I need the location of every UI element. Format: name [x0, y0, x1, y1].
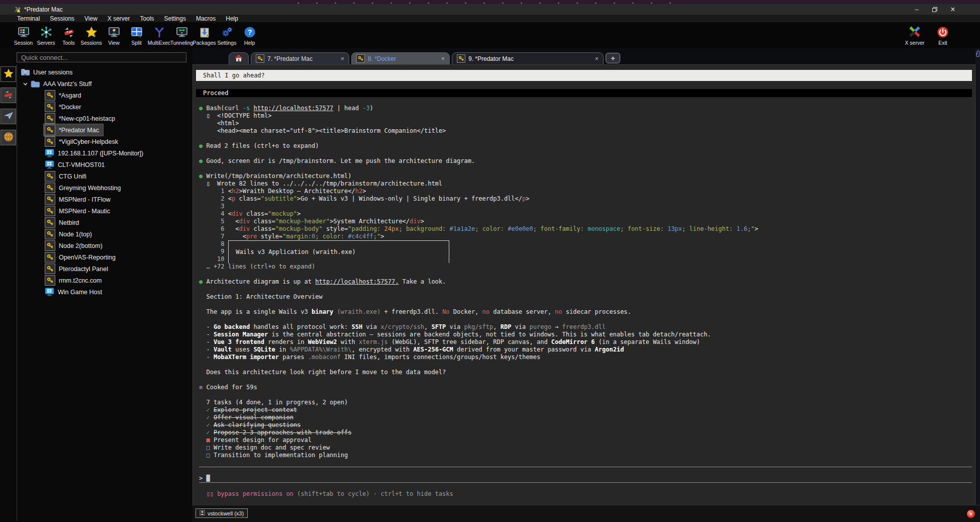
tree-item-label: *VigilCyber-Helpdesk [59, 138, 118, 145]
tab-8-docker[interactable]: 8. *Docker× [351, 52, 450, 64]
menu-item-settings[interactable]: Settings [159, 15, 191, 22]
toolbar-button-x-server[interactable]: X server [901, 23, 929, 46]
sidebar-strip-favorites-button[interactable] [1, 66, 16, 82]
tree-item-inner: Node 1(top) [44, 228, 96, 240]
tree-item-label: User sessions [33, 69, 73, 76]
terminal-line [199, 97, 968, 105]
toolbar-label: Packages [192, 40, 216, 46]
session-tree-item[interactable]: OpenVAS-Reporting [17, 251, 192, 263]
session-tree-item[interactable]: CTG Unifi [17, 170, 192, 182]
key-icon [45, 136, 55, 147]
menu-item-x-server[interactable]: X server [103, 15, 135, 22]
toolbar-label: Tunneling [170, 40, 193, 46]
session-tree-item[interactable]: Netbird [17, 217, 192, 228]
key-icon [45, 171, 55, 182]
menu-item-view[interactable]: View [79, 15, 103, 22]
toolbar-button-tools[interactable]: Tools [57, 23, 80, 46]
key-icon [45, 252, 55, 263]
session-tree-item[interactable]: *Asgard [17, 90, 192, 101]
session-tree-item[interactable]: *VigilCyber-Helpdesk [17, 136, 192, 147]
key-icon [45, 206, 55, 216]
toolbar-button-view[interactable]: View [103, 23, 125, 46]
terminal-line: - MobaXTerm importer parses .mobaconf IN… [199, 354, 968, 361]
toolbar-button-multiexec[interactable]: MultiExec [148, 23, 170, 46]
toolbar-button-settings[interactable]: Settings [216, 23, 238, 46]
toolbar-button-session[interactable]: Session [12, 23, 35, 46]
key-icon [256, 54, 264, 63]
toolbar-button-exit[interactable]: Exit [929, 23, 957, 46]
close-button[interactable]: × [944, 4, 962, 15]
session-tree-item[interactable]: Win Game Host [17, 286, 192, 298]
toolbar: SessionServersToolsSessionsViewSplitMult… [0, 22, 980, 48]
terminal-line: ▯▯ bypass permissions on (shift+tab to c… [199, 490, 968, 498]
tab-7-predator-mac[interactable]: 7. *Predator Mac× [251, 52, 349, 64]
chevron-down-icon[interactable] [23, 82, 28, 85]
terminal-line: ✻ Cooked for 59s [199, 384, 968, 391]
tree-item-inner: *Predator Mac [44, 124, 103, 136]
proceed-option[interactable]: Proceed [196, 89, 972, 97]
session-tree-item[interactable]: Node 2(bottom) [17, 240, 192, 251]
notification-close-icon[interactable]: × [967, 510, 975, 518]
user-session-button[interactable]: vstockwell (x3) [195, 508, 248, 518]
session-tree-item[interactable]: AAA Vantz's Stuff [17, 78, 192, 90]
menu-item-help[interactable]: Help [221, 15, 243, 22]
right-side-strip [975, 48, 980, 505]
terminal-line [199, 391, 968, 399]
sidebar-strip-tools-button[interactable] [1, 88, 16, 103]
status-bar: vstockwell (x3) × [192, 505, 980, 522]
tab-bar: 7. *Predator Mac×8. *Docker×9. *Predator… [192, 48, 975, 64]
tab-home[interactable] [229, 52, 249, 64]
permission-question-line: Shall I go ahead? [196, 70, 972, 81]
menu-item-terminal[interactable]: Terminal [12, 15, 45, 22]
terminal-line: ▯ Wrote 82 lines to ../../../../tmp/brai… [199, 180, 968, 188]
session-tree-item[interactable]: *Predator Mac [17, 124, 192, 136]
session-tree-item[interactable]: CLT-VMHOST01 [17, 159, 192, 170]
tab-close-icon[interactable]: × [340, 55, 344, 62]
split-icon [131, 23, 143, 38]
tree-item-inner: Node 2(bottom) [44, 240, 107, 251]
terminal-line [199, 459, 968, 467]
toolbar-button-packages[interactable]: Packages [193, 23, 216, 46]
new-tab-button[interactable]: + [606, 53, 620, 63]
terminal-line: <head><meta charset="utf-8"><title>Brain… [199, 127, 968, 135]
key-icon [45, 194, 55, 205]
session-tree-item[interactable]: rmm.t2cnc.com [17, 275, 192, 286]
quick-connect-input[interactable] [17, 52, 186, 62]
toolbar-label: Help [244, 40, 255, 46]
tab-close-icon[interactable]: × [595, 55, 599, 62]
sidebar-strip-sessions-button[interactable] [1, 109, 16, 124]
tree-item-label: AAA Vantz's Stuff [43, 80, 91, 88]
session-tree-item[interactable]: 192.168.1.107 ([UPS-Monitor]) [17, 147, 192, 159]
session-tree-item[interactable]: Greyming Webhosting [17, 182, 192, 194]
terminal[interactable]: Shall I go ahead?Proceed● Bash(curl -s h… [192, 64, 975, 505]
toolbar-button-split[interactable]: Split [125, 23, 148, 46]
xserver-icon [908, 23, 921, 38]
minimize-button[interactable]: – [908, 4, 926, 15]
paperclip-icon[interactable] [976, 50, 980, 505]
tree-item-inner: OpenVAS-Reporting [44, 251, 120, 263]
session-tree-item[interactable]: Node 1(top) [17, 228, 192, 240]
session-tree-item[interactable]: User sessions [17, 66, 192, 78]
maximize-button[interactable] [926, 4, 944, 15]
tree-item-inner: *Asgard [44, 90, 85, 101]
session-tree-item[interactable]: *New-cp01-heistacp [17, 113, 192, 124]
terminal-line: ● Good, screen dir is /tmp/brainstorm. L… [199, 157, 968, 165]
tab-9-predator-mac[interactable]: 9. *Predator Mac× [452, 52, 604, 64]
menu-item-macros[interactable]: Macros [191, 15, 221, 22]
tab-close-icon[interactable]: × [441, 55, 445, 62]
session-tree-item[interactable]: *Docker [17, 101, 192, 113]
toolbar-label: Exit [938, 40, 947, 46]
session-tree-item[interactable]: Pterodactyl Panel [17, 263, 192, 275]
menu-item-sessions[interactable]: Sessions [45, 15, 79, 22]
menu-item-tools[interactable]: Tools [135, 15, 159, 22]
person-icon [200, 510, 205, 516]
toolbar-button-help[interactable]: ?Help [238, 23, 261, 46]
session-tree-item[interactable]: MSPNerd - Mautic [17, 205, 192, 217]
toolbar-button-tunneling[interactable]: Tunneling [170, 23, 193, 46]
toolbar-button-sessions[interactable]: Sessions [80, 23, 103, 46]
sidebar-strip-network-button[interactable] [1, 130, 16, 145]
terminal-line [199, 135, 968, 142]
toolbar-button-servers[interactable]: Servers [35, 23, 57, 46]
terminal-line: ■ Present design for approval [199, 437, 968, 444]
session-tree-item[interactable]: MSPNerd - ITFlow [17, 194, 192, 205]
